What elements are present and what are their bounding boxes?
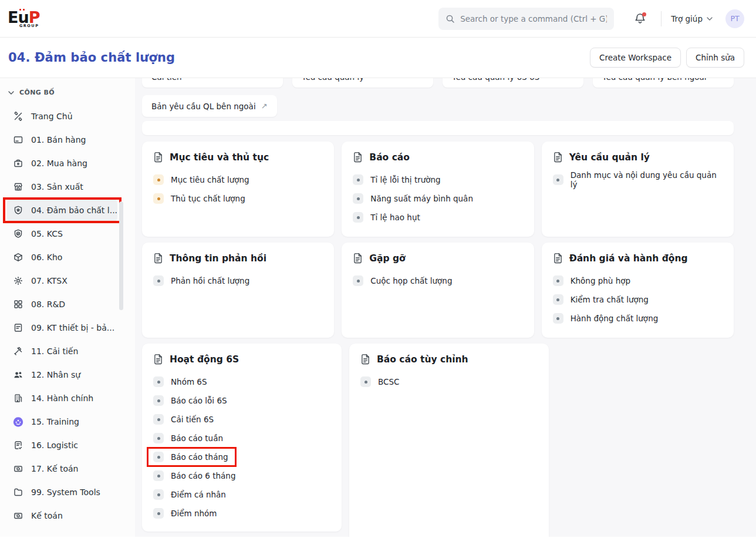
card-link-item[interactable]: Báo cáo tuần (153, 429, 223, 448)
sidebar-scrollbar[interactable] (119, 201, 123, 310)
sidebar-item-01-ban-hang[interactable]: 01. Bán hàng (7, 128, 117, 152)
dot-bullet-icon (153, 376, 164, 387)
dot-bullet-icon (153, 489, 164, 500)
grid-spacer (556, 344, 734, 537)
card-link-item[interactable]: Không phù hợp (553, 271, 630, 290)
link-card-clipped[interactable]: Yêu cầu quản lý (292, 78, 433, 88)
sidebar-section-label: CÔNG BỐ (19, 89, 55, 96)
document-icon (553, 152, 563, 163)
sidebar-item-03-san-xuat[interactable]: 03. Sản xuất (7, 175, 117, 199)
document-icon (153, 253, 163, 264)
card-title[interactable]: Đánh giá và hành động (569, 253, 688, 264)
card-link-item[interactable]: Điểm cá nhân (153, 485, 226, 504)
cash-icon (13, 510, 23, 521)
dot-bullet-icon (153, 414, 164, 425)
sidebar-item-label: 15. Training (31, 417, 79, 426)
dot-bullet-icon (353, 275, 363, 286)
external-link-card[interactable]: Bản yêu cầu QL bên ngoài ↗ (142, 95, 277, 117)
card-link-item[interactable]: Thủ tục chất lượng (153, 189, 245, 208)
card-link-item[interactable]: Kiểm tra chất lượng (553, 290, 649, 309)
sidebar-section-cong-bo[interactable]: CÔNG BỐ (0, 86, 135, 105)
sidebar-item-15-training[interactable]: 15. Training (7, 410, 117, 433)
sidebar-item-14-hanh-chinh[interactable]: 14. Hành chính (7, 386, 117, 410)
search-input[interactable] (460, 14, 607, 23)
card-link-item[interactable]: Năng suất máy bình quân (353, 189, 473, 208)
dot-bullet-icon (153, 193, 164, 204)
card-icon (13, 134, 23, 145)
sidebar-item-05-kcs[interactable]: 05. KCS (7, 222, 117, 246)
notifications-bell-icon[interactable] (634, 12, 647, 25)
card-bao-cao-tuy-chinh: Báo cáo tùy chỉnh BCSC (349, 344, 549, 537)
card-title[interactable]: Mục tiêu và thủ tục (170, 152, 269, 163)
external-link-label: Bản yêu cầu QL bên ngoài (151, 102, 256, 111)
link-card-clipped[interactable]: Cải tiến (142, 78, 283, 88)
sidebar-item-11-cai-tien[interactable]: 11. Cải tiến (7, 339, 117, 363)
user-avatar[interactable]: PT (725, 9, 744, 28)
card-link-item-bao-cao-thang[interactable]: Báo cáo tháng (153, 448, 228, 466)
link-card-clipped[interactable]: Yêu cầu quản lý 6S 6S (443, 78, 583, 88)
sidebar-item-12-nhan-su[interactable]: 12. Nhân sự (7, 363, 117, 386)
page-header: 04. Đảm bảo chất lượng Create Workspace … (0, 38, 756, 78)
global-search[interactable] (438, 8, 614, 30)
dot-bullet-icon (153, 452, 164, 462)
sidebar-item-label: 11. Cải tiến (31, 347, 78, 356)
sidebar-item-04-dam-bao-chat-luong[interactable]: 04. Đảm bảo chất l... (7, 199, 117, 222)
shield-check-icon (13, 228, 23, 239)
card-title[interactable]: Thông tin phản hồi (170, 253, 266, 264)
help-dropdown[interactable]: Trợ giúp (671, 14, 713, 23)
card-link-item[interactable]: Tỉ lệ hao hụt (353, 208, 420, 227)
sidebar-item-16-logistic[interactable]: 16. Logistic (7, 433, 117, 457)
sidebar-item-ke-toan[interactable]: Kế toán (7, 504, 117, 527)
sidebar-item-trang-chu[interactable]: Trang Chủ (7, 105, 117, 128)
card-link-item[interactable]: Mục tiêu chất lượng (153, 170, 249, 189)
hammer-icon (13, 346, 23, 357)
card-link-item[interactable]: Báo cáo lỗi 6S (153, 391, 227, 410)
card-link-item[interactable]: Báo cáo 6 tháng (153, 466, 235, 485)
dot-bullet-icon (553, 294, 563, 305)
dot-bullet-icon (553, 313, 563, 324)
tools-icon (13, 111, 23, 122)
create-workspace-button[interactable]: Create Workspace (590, 48, 681, 68)
link-card-clipped[interactable]: Yêu cầu quản lý bên ngoài (593, 78, 734, 88)
card-title[interactable]: Báo cáo (369, 152, 410, 163)
card-title[interactable]: Yêu cầu quản lý (569, 152, 650, 163)
card-title[interactable]: Báo cáo tùy chỉnh (377, 354, 468, 365)
card-link-item[interactable]: BCSC (360, 372, 399, 391)
card-link-item[interactable]: Cải tiến 6S (153, 410, 214, 429)
sidebar-item-17-ke-toan[interactable]: 17. Kế toán (7, 457, 117, 480)
card-link-item[interactable]: Phản hồi chất lượng (153, 271, 249, 290)
card-link-item[interactable]: Tỉ lệ lỗi thị trường (353, 170, 440, 189)
sidebar-item-label: 06. Kho (31, 253, 62, 262)
clipboard-check-icon (13, 440, 23, 450)
folder-icon (13, 487, 23, 497)
sidebar-item-06-kho[interactable]: 06. Kho (7, 246, 117, 269)
dot-bullet-icon (553, 275, 563, 286)
dot-bullet-icon (553, 174, 563, 185)
sidebar-item-label: 03. Sản xuất (31, 182, 83, 191)
card-link-item[interactable]: Hành động chất lượng (553, 309, 659, 328)
sidebar-item-label: 17. Kế toán (31, 464, 78, 473)
document-icon (153, 354, 163, 365)
card-title[interactable]: Hoạt động 6S (170, 354, 239, 365)
card-link-item[interactable]: Điểm nhóm (153, 504, 217, 523)
workspace-main: Cải tiến Yêu cầu quản lý Yêu cầu quản lý… (135, 78, 756, 537)
page-title: 04. Đảm bảo chất lượng (8, 51, 175, 65)
eup-logo[interactable]: EuP GROUP (8, 9, 39, 28)
card-link-item[interactable]: Cuộc họp chất lượng (353, 271, 452, 290)
dot-bullet-icon (153, 433, 164, 443)
search-icon (446, 14, 455, 23)
sidebar-item-08-rd[interactable]: 08. R&D (7, 292, 117, 316)
card-yeu-cau-quan-ly: Yêu cầu quản lý Danh mục và nội dung yêu… (542, 142, 734, 237)
sidebar-item-99-system-tools[interactable]: 99. System Tools (7, 480, 117, 504)
sidebar-item-07-ktsx[interactable]: 07. KTSX (7, 269, 117, 292)
card-link-item[interactable]: Danh mục và nội dung yêu cầu quản lý (553, 170, 723, 189)
edit-button[interactable]: Chỉnh sửa (686, 48, 744, 68)
card-link-item[interactable]: Nhóm 6S (153, 372, 207, 391)
sidebar-item-02-mua-hang[interactable]: 02. Mua hàng (7, 152, 117, 175)
sidebar-item-label: 01. Bán hàng (31, 135, 86, 144)
dot-bullet-icon (353, 174, 363, 185)
sidebar-item-09-kt-thiet-bi[interactable]: 09. KT thiết bị - bả... (7, 316, 117, 339)
sidebar-item-label: Trang Chủ (31, 112, 73, 121)
file-text-icon (13, 322, 23, 333)
card-title[interactable]: Gặp gỡ (369, 253, 405, 264)
